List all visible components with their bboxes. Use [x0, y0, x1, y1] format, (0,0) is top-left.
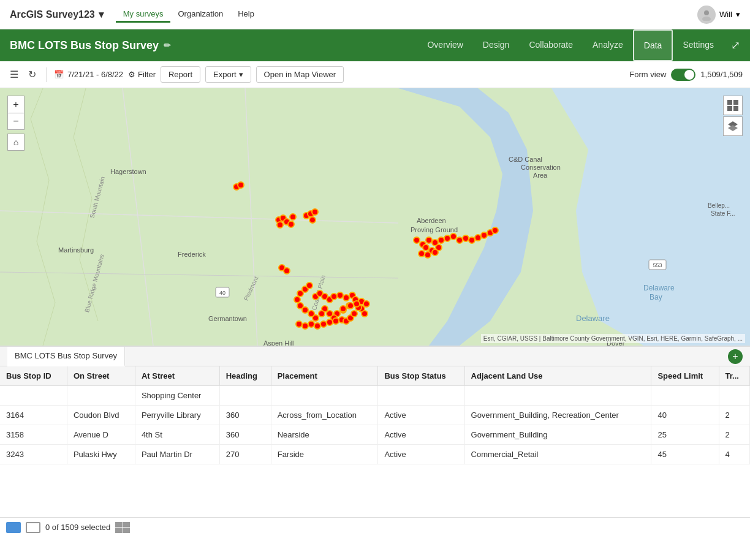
svg-text:Frederick: Frederick: [178, 251, 206, 258]
svg-point-95: [308, 311, 314, 317]
svg-point-101: [306, 282, 312, 289]
table-cell: Across_from_Location: [271, 406, 378, 425]
table-row[interactable]: Shopping Center: [0, 386, 750, 406]
tab-collaborate[interactable]: Collaborate: [519, 29, 583, 61]
table-cell: Commercial_Retail: [464, 445, 651, 464]
svg-text:Hagerstown: Hagerstown: [110, 168, 146, 175]
zoom-in-button[interactable]: +: [7, 96, 25, 113]
toolbar-separator-1: [46, 67, 47, 82]
svg-point-60: [238, 182, 244, 188]
map-layer-controls: [723, 96, 743, 136]
table-cell: Government_Building: [464, 425, 651, 445]
table-row[interactable]: 3243Pulaski HwyPaul Martin Dr270FarsideA…: [0, 445, 750, 464]
share-icon[interactable]: ⤢: [731, 39, 740, 52]
svg-point-103: [302, 323, 308, 329]
svg-text:C&D Canal: C&D Canal: [509, 156, 542, 163]
svg-point-108: [333, 318, 339, 324]
zoom-out-button[interactable]: −: [7, 113, 25, 130]
date-range-picker[interactable]: 📅 7/21/21 - 6/8/22: [54, 70, 123, 79]
table-cell: 45: [651, 445, 719, 464]
table-cell: 40: [651, 406, 719, 425]
table-cell: [464, 386, 651, 406]
refresh-icon[interactable]: ↻: [26, 66, 39, 83]
col-placement: Placement: [271, 366, 378, 386]
menu-icon[interactable]: ☰: [7, 66, 21, 83]
nav-organization[interactable]: Organization: [170, 7, 230, 23]
svg-point-39: [414, 237, 420, 243]
table-cell: [0, 386, 67, 406]
selection-count: 0 of 1509 selected: [45, 523, 110, 532]
table-cell: Perryville Library: [135, 406, 219, 425]
svg-point-51: [481, 232, 487, 238]
edit-title-icon[interactable]: ✏: [164, 40, 171, 50]
tab-analyze[interactable]: Analyze: [583, 29, 633, 61]
svg-point-102: [296, 321, 302, 327]
map-area[interactable]: Hagerstown Martinsburg Frederick Germant…: [0, 88, 750, 346]
col-at-street: At Street: [135, 366, 219, 386]
app-dropdown-arrow[interactable]: ▾: [99, 9, 104, 20]
svg-text:State F...: State F...: [711, 210, 735, 217]
svg-point-78: [337, 292, 343, 298]
toolbar: ☰ ↻ 📅 7/21/21 - 6/8/22 ⚙ Filter Report E…: [0, 61, 750, 88]
table-options-icon[interactable]: [115, 522, 130, 533]
table-cell: 3164: [0, 406, 67, 425]
table-cell: [271, 386, 378, 406]
bottom-bar: 0 of 1509 selected: [0, 517, 750, 537]
table-cell: Paul Martin Dr: [135, 445, 219, 464]
table-cell: 360: [219, 425, 271, 445]
survey-header: BMC LOTS Bus Stop Survey ✏ Overview Desi…: [0, 29, 750, 61]
table-cell: Shopping Center: [135, 386, 219, 406]
col-land-use: Adjacent Land Use: [464, 366, 651, 386]
table-cell: Nearside: [271, 425, 378, 445]
svg-point-64: [288, 221, 294, 227]
tab-data[interactable]: Data: [633, 29, 673, 61]
svg-point-53: [492, 227, 498, 233]
tab-overview[interactable]: Overview: [417, 29, 472, 61]
table-cell: 3158: [0, 425, 67, 445]
survey-title-area: BMC LOTS Bus Stop Survey ✏: [10, 39, 417, 52]
table-cell: 4: [719, 445, 750, 464]
survey-header-tabs: Overview Design Collaborate Analyze Data…: [417, 29, 724, 61]
export-button[interactable]: Export ▾: [205, 66, 251, 83]
layer-list-button[interactable]: [723, 116, 743, 136]
table-cell: 3243: [0, 445, 67, 464]
form-view-label: Form view: [629, 70, 666, 79]
svg-point-98: [294, 297, 300, 303]
form-view-toggle[interactable]: [671, 69, 695, 81]
table-cell: Avenue D: [67, 425, 135, 445]
filter-button[interactable]: ⚙ Filter: [128, 70, 156, 79]
svg-point-91: [327, 311, 333, 317]
add-table-button[interactable]: +: [728, 349, 743, 364]
data-table[interactable]: Bus Stop ID On Street At Street Heading …: [0, 366, 750, 517]
table-tab-main[interactable]: BMC LOTS Bus Stop Survey: [7, 347, 125, 366]
list-view-icon[interactable]: [26, 522, 40, 533]
table-cell: [219, 386, 271, 406]
map-attribution: Esri, CGIAR, USGS | Baltimore County Gov…: [481, 334, 745, 343]
svg-point-48: [463, 235, 469, 241]
table-cell: Active: [378, 406, 464, 425]
nav-my-surveys[interactable]: My surveys: [116, 7, 171, 23]
svg-point-50: [475, 235, 481, 241]
svg-point-120: [340, 306, 346, 312]
home-extent-button[interactable]: ⌂: [7, 134, 25, 151]
report-button[interactable]: Report: [161, 66, 200, 83]
tab-settings[interactable]: Settings: [673, 29, 724, 61]
open-map-button[interactable]: Open in Map Viewer: [256, 66, 344, 83]
table-row[interactable]: 3158Avenue D4th St360NearsideActiveGover…: [0, 425, 750, 445]
table-cell: 4th St: [135, 425, 219, 445]
svg-point-72: [284, 268, 290, 274]
basemap-toggle-button[interactable]: [723, 96, 743, 115]
table-row[interactable]: 3164Coudon BlvdPerryville Library360Acro…: [0, 406, 750, 425]
svg-text:Area: Area: [533, 172, 548, 179]
grid-view-icon[interactable]: [6, 522, 21, 533]
app-title[interactable]: ArcGIS Survey123 ▾: [10, 9, 104, 20]
export-dropdown-arrow: ▾: [239, 70, 243, 79]
svg-rect-125: [727, 100, 732, 105]
svg-point-79: [343, 295, 349, 301]
top-navigation: ArcGIS Survey123 ▾ My surveys Organizati…: [0, 0, 750, 29]
nav-help[interactable]: Help: [230, 7, 262, 23]
tab-design[interactable]: Design: [473, 29, 520, 61]
user-menu[interactable]: Will ▾: [697, 6, 740, 24]
svg-point-66: [290, 214, 296, 220]
svg-text:Aberdeen: Aberdeen: [417, 217, 446, 224]
